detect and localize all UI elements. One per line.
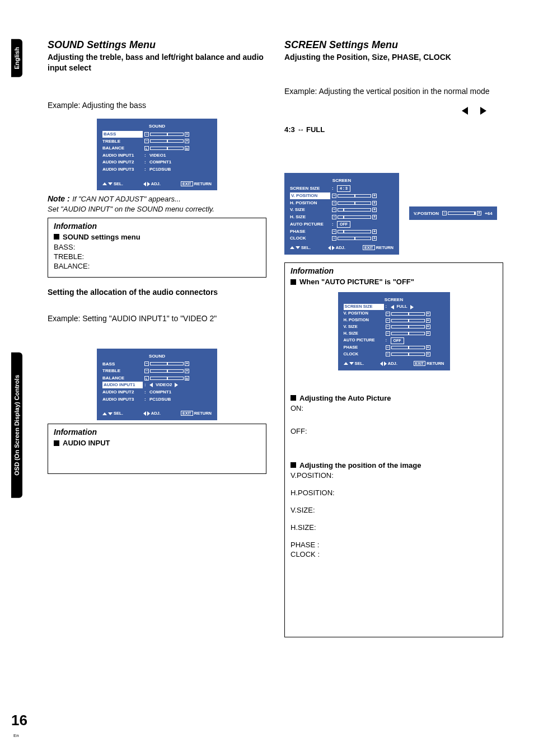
r-vp: V. POSITION xyxy=(290,192,330,199)
osd-vposition-mini: V.POSITION −+ +64 xyxy=(409,206,497,220)
r-hp: H. POSITION xyxy=(290,200,330,206)
slider-icon: LR xyxy=(144,146,189,151)
slider-icon: −+ xyxy=(332,236,377,241)
tri-left-icon xyxy=(391,305,394,309)
info1-bass: BASS: xyxy=(54,243,260,251)
slider-icon: LR xyxy=(144,376,189,381)
page-number: 16 xyxy=(11,712,27,729)
pos-vp: V.POSITION: xyxy=(291,471,497,480)
pos-hs: H.SIZE: xyxy=(291,523,497,532)
example-bass: Example: Adjusting the bass xyxy=(48,100,266,111)
info-scr-sub: When "AUTO PICTURE" is "OFF" xyxy=(299,278,414,286)
square-icon xyxy=(291,279,296,285)
osd2-footer: SEL. ADJ. EXIT RETURN xyxy=(102,411,212,417)
osd1-ai1-label: AUDIO INPUT1 xyxy=(102,152,143,159)
r-ap: AUTO PICTURE xyxy=(290,221,330,228)
tri-right-icon xyxy=(175,383,178,387)
in-cl: CLOCK xyxy=(344,351,384,358)
osd-screen-1: SCREEN SCREEN SIZE:4 : 3 V. POSITION−+ H… xyxy=(284,173,399,254)
r-ss-val: 4 : 3 xyxy=(337,185,350,192)
screen-menu-heading: SCREEN Settings Menu xyxy=(284,39,503,51)
info-box-screen: Information When "AUTO PICTURE" is "OFF"… xyxy=(284,262,503,637)
slider-icon: −+ xyxy=(332,201,377,205)
section-allocation: Setting the allocation of the audio conn… xyxy=(48,288,266,297)
example-ai1: Example: Setting "AUDIO INPUT1" to "VIDE… xyxy=(48,313,266,325)
ap-off: OFF: xyxy=(291,427,497,435)
page-footer: 16 En xyxy=(11,712,27,739)
tri-right-icon xyxy=(410,305,414,309)
note-body-2: Set "AUDIO INPUT" on the SOUND menu corr… xyxy=(48,204,266,214)
square-icon xyxy=(54,440,59,446)
in-hs: H. SIZE xyxy=(344,331,384,337)
osd-scr-title: SCREEN xyxy=(290,177,394,184)
osd-scr-footer: SEL. ADJ. EXIT RETURN xyxy=(290,245,394,251)
osd2-treble: TREBLE xyxy=(102,368,143,374)
slider-icon: −+ xyxy=(332,208,377,212)
in-ss: SCREEN SIZE xyxy=(344,304,384,310)
osd-in-footer: SEL. ADJ. EXIT RETURN xyxy=(344,361,444,367)
in-hp: H. POSITION xyxy=(344,317,384,323)
square-icon xyxy=(291,462,296,468)
info2-title: Information xyxy=(54,428,260,436)
mini-vp-val: +64 xyxy=(485,211,493,216)
slider-icon: −+ xyxy=(144,369,189,373)
osd1-treble-label: TREBLE xyxy=(102,138,143,145)
tri-left-black-icon xyxy=(462,107,468,115)
osd-in-title: SCREEN xyxy=(344,297,444,303)
note-label: Note : xyxy=(48,194,70,203)
r-hs: H. SIZE xyxy=(290,214,330,220)
sound-menu-heading: SOUND Settings Menu xyxy=(48,39,266,51)
osd2-ai2: AUDIO INPUT2 xyxy=(102,389,143,396)
page-lang: En xyxy=(13,733,19,738)
osd1-ai3-label: AUDIO INPUT3 xyxy=(102,166,143,173)
osd2-balance: BALANCE xyxy=(102,375,143,382)
in-ph: PHASE xyxy=(344,345,384,351)
example-vpos: Example: Adjusting the vertical position… xyxy=(284,86,503,97)
in-vs: V. SIZE xyxy=(344,324,384,330)
osd1-ai1-val: VIDEO1 xyxy=(149,152,166,159)
note-body-1: If "CAN NOT ADJUST" appears... xyxy=(72,195,181,203)
pos-hp: H.POSITION: xyxy=(291,489,497,497)
in-ap: AUTO PICTURE xyxy=(344,337,384,344)
osd1-balance-label: BALANCE xyxy=(102,145,143,152)
info-scr-title: Information xyxy=(291,266,497,275)
pos-ph: PHASE : xyxy=(291,541,497,549)
side-tab-osd: OSD (On Screen Display) Controls xyxy=(11,353,22,498)
slider-icon: −+ xyxy=(332,194,377,198)
r-vs: V. SIZE xyxy=(290,206,330,213)
square-icon xyxy=(291,395,296,401)
slider-icon: −+ xyxy=(144,132,189,137)
slider-icon: −+ xyxy=(386,345,430,350)
side-tab-english: English xyxy=(11,39,22,77)
tri-left-icon xyxy=(149,383,153,387)
left-column: SOUND Settings Menu Adjusting the treble… xyxy=(48,39,266,637)
aspect-text: 4:3 ↔ FULL xyxy=(284,125,325,134)
screen-menu-subhead: Adjusting the Position, Size, PHASE, CLO… xyxy=(284,52,503,63)
info1-sub: SOUND settings menu xyxy=(63,233,140,241)
osd2-ai3-val: PC1DSUB xyxy=(149,396,171,403)
slider-icon: −+ xyxy=(332,229,377,234)
ap-on: ON: xyxy=(291,404,497,412)
right-column: SCREEN Settings Menu Adjusting the Posit… xyxy=(284,39,503,637)
slider-icon: −+ xyxy=(386,318,430,323)
slider-icon: −+ xyxy=(144,361,189,366)
slider-icon: −+ xyxy=(442,211,481,215)
pos-cl: CLOCK : xyxy=(291,550,497,558)
info-box-audio-input: Information AUDIO INPUT xyxy=(48,424,266,474)
osd2-ai1-val: VIDEO2 xyxy=(156,382,172,388)
r-ss: SCREEN SIZE xyxy=(290,185,330,192)
r-ph: PHASE xyxy=(290,228,330,235)
osd2-ai3: AUDIO INPUT3 xyxy=(102,396,143,403)
slider-icon: −+ xyxy=(144,139,189,143)
mini-vp-label: V.POSITION xyxy=(414,211,439,216)
r-ap-val: OFF xyxy=(337,221,350,228)
adj-auto-pic: Adjusting the Auto Picture xyxy=(299,394,391,402)
r-cl: CLOCK xyxy=(290,235,330,242)
osd1-ai3-val: PC1DSUB xyxy=(149,166,171,173)
slider-icon: −+ xyxy=(386,352,430,356)
osd-sound-1: SOUND BASS −+ TREBLE −+ BALANCE LR AUDIO… xyxy=(97,119,217,190)
info2-sub: AUDIO INPUT xyxy=(63,439,110,447)
osd1-title: SOUND xyxy=(102,123,212,130)
info1-balance: BALANCE: xyxy=(54,262,260,270)
slider-icon: −+ xyxy=(386,325,430,329)
